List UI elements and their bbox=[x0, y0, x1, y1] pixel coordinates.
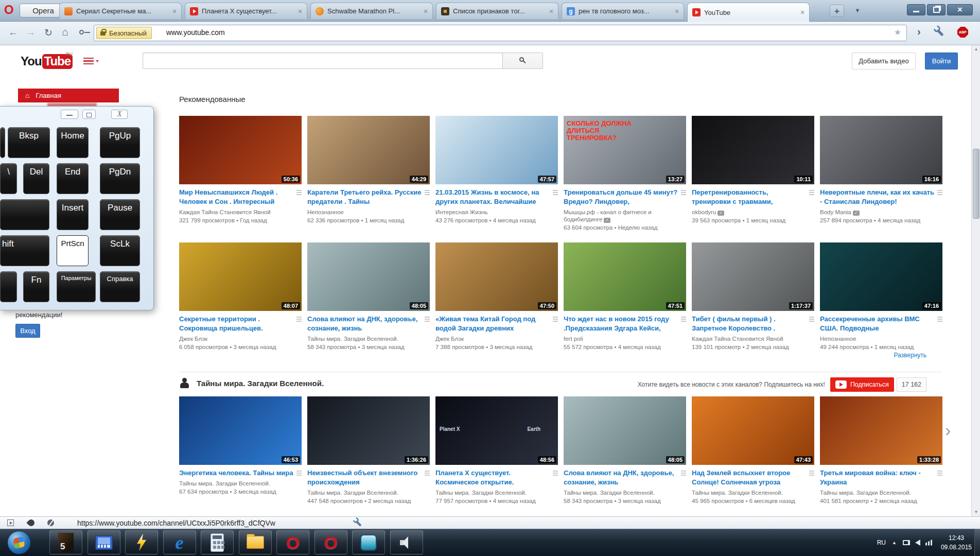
video-channel[interactable]: Каждая Тайна Становится Явной bbox=[692, 335, 814, 342]
video-card[interactable]: 47:43Над Землей вспыхнет второе Солнце! … bbox=[692, 396, 814, 504]
video-card[interactable]: 47:16Рассекреченные архивы ВМС США. Подв… bbox=[820, 242, 942, 350]
video-actions-icon[interactable] bbox=[296, 190, 302, 196]
tray-show-hidden-icons[interactable]: ▲ bbox=[892, 540, 897, 545]
password-key-icon[interactable] bbox=[79, 30, 84, 34]
channel-avatar-icon[interactable] bbox=[179, 377, 190, 389]
forward-button[interactable]: → bbox=[26, 27, 36, 38]
video-title[interactable]: Рассекреченные архивы ВМС США. Подводные bbox=[820, 315, 935, 333]
video-thumbnail[interactable]: 16:16 bbox=[820, 116, 942, 184]
osk-key-bksp[interactable]: Bksp bbox=[8, 127, 50, 158]
window-minimize-button[interactable] bbox=[907, 4, 925, 15]
video-actions-icon[interactable] bbox=[425, 471, 430, 477]
video-thumbnail[interactable]: 48:05 bbox=[307, 242, 430, 311]
video-channel[interactable]: Каждая Тайна Становится Явной bbox=[179, 208, 302, 216]
tray-clock[interactable]: 12:43 09.08.2015 bbox=[941, 533, 972, 552]
video-channel[interactable]: Тайны мира. Загадки Вселенной. bbox=[692, 489, 814, 496]
video-channel[interactable]: Тайны мира. Загадки Вселенной. bbox=[564, 489, 686, 496]
video-actions-icon[interactable] bbox=[809, 317, 814, 323]
opera-turbo-icon[interactable] bbox=[47, 519, 54, 526]
security-badge[interactable]: Безопасный bbox=[96, 27, 152, 39]
video-channel[interactable]: Тайны мира. Загадки Вселенной. bbox=[307, 489, 430, 496]
extensions-chevron-icon[interactable]: › bbox=[917, 26, 921, 38]
video-channel[interactable]: Джек Блэк bbox=[179, 335, 302, 342]
osk-key-insert[interactable]: Insert bbox=[57, 199, 89, 230]
video-actions-icon[interactable] bbox=[681, 190, 686, 196]
on-screen-keyboard-window[interactable]: X BkspHomePgUp\DelEndPgDnInsertPausehift… bbox=[0, 106, 154, 310]
video-card[interactable]: 46:53Энергетика человека. Тайны мираТайн… bbox=[179, 396, 302, 504]
show-desktop-button[interactable] bbox=[974, 529, 980, 556]
video-title[interactable]: Что ждет нас в новом 2015 году .Предсказ… bbox=[564, 315, 679, 333]
video-title[interactable]: Тренироваться дольше 45 минут? Вредно? Л… bbox=[564, 188, 679, 206]
video-thumbnail[interactable]: 46:53 bbox=[179, 396, 302, 465]
home-button[interactable]: ⌂ bbox=[62, 26, 68, 38]
video-title[interactable]: Невероятные плечи, как их качать - Стани… bbox=[820, 188, 935, 206]
video-actions-icon[interactable] bbox=[809, 190, 814, 196]
osk-key-partial[interactable] bbox=[0, 199, 49, 230]
video-actions-icon[interactable] bbox=[553, 471, 558, 477]
video-thumbnail[interactable]: 48:05 bbox=[564, 396, 686, 465]
video-title[interactable]: Перетренированность, тренировки с травма… bbox=[692, 188, 807, 206]
video-title[interactable]: Планета X существует. Космическое открыт… bbox=[435, 468, 551, 487]
video-card[interactable]: 1:36:26Неизвестный объект внеземного про… bbox=[307, 396, 430, 504]
video-card[interactable]: 44:29Каратели Третьего рейха. Русские пр… bbox=[307, 116, 430, 231]
video-thumbnail[interactable]: 50:36 bbox=[179, 116, 302, 184]
video-card[interactable]: 16:16Невероятные плечи, как их качать - … bbox=[820, 116, 942, 231]
reload-button[interactable]: ↻ bbox=[44, 27, 52, 39]
carousel-next-icon[interactable]: › bbox=[945, 420, 951, 440]
video-thumbnail[interactable]: 1:17:37 bbox=[692, 242, 814, 311]
video-channel[interactable]: Непознанное bbox=[820, 335, 942, 342]
video-thumbnail[interactable]: 48:07 bbox=[179, 242, 302, 311]
video-title[interactable]: 21.03.2015 Жизнь в космосе, на других пл… bbox=[435, 188, 551, 206]
video-card[interactable]: 48:07Секретные территории . Сокровища пр… bbox=[179, 242, 302, 350]
taskbar-button-volume-app[interactable] bbox=[390, 530, 423, 554]
sidebar-item-home[interactable]: ⌂Главная bbox=[18, 89, 119, 102]
browser-tab[interactable]: YouTube× bbox=[687, 3, 810, 22]
video-card[interactable]: 10:11Перетренированность, тренировки с т… bbox=[692, 116, 814, 231]
video-title[interactable]: Неизвестный объект внеземного происхожде… bbox=[307, 468, 423, 487]
window-restore-button[interactable] bbox=[927, 4, 946, 15]
video-thumbnail[interactable]: 47:57 bbox=[435, 116, 558, 184]
osk-key-параметры[interactable]: Параметры bbox=[57, 271, 96, 302]
video-actions-icon[interactable] bbox=[296, 471, 302, 477]
video-card[interactable]: СКОЛЬКО ДОЛЖНА ДЛИТЬСЯ ТРЕНИРОВКА?13:27Т… bbox=[564, 116, 686, 231]
video-title[interactable]: Каратели Третьего рейха. Русские предате… bbox=[307, 188, 423, 206]
video-title[interactable]: Мир Невыспавшихся Людей . Человек и Сон … bbox=[179, 188, 294, 206]
start-button[interactable] bbox=[7, 531, 31, 554]
sidebar-signin-button[interactable]: Вход bbox=[15, 324, 40, 338]
osk-key-del[interactable]: Del bbox=[23, 163, 49, 194]
video-thumbnail[interactable]: 1:33:28 bbox=[820, 396, 942, 465]
video-card[interactable]: 47:50«Живая тема Китай Город под водой З… bbox=[435, 242, 558, 350]
video-channel[interactable]: Body Mania✓ bbox=[820, 208, 942, 216]
subscribe-button[interactable]: Подписаться bbox=[830, 377, 894, 392]
address-url[interactable]: www.youtube.com bbox=[166, 28, 225, 37]
video-thumbnail[interactable]: СКОЛЬКО ДОЛЖНА ДЛИТЬСЯ ТРЕНИРОВКА?13:27 bbox=[564, 116, 686, 184]
video-actions-icon[interactable] bbox=[681, 317, 686, 323]
video-title[interactable]: Над Землей вспыхнет второе Солнце! Солне… bbox=[692, 468, 807, 487]
osk-minimize-button[interactable] bbox=[61, 110, 78, 119]
video-channel[interactable]: fert poli bbox=[564, 335, 686, 342]
osk-key-\[interactable]: \ bbox=[0, 163, 17, 194]
upload-video-button[interactable]: Добавить видео bbox=[852, 53, 916, 70]
expand-link[interactable]: Развернуть bbox=[894, 352, 926, 359]
video-title[interactable]: «Живая тема Китай Город под водой Загадк… bbox=[435, 315, 551, 333]
taskbar-button-on-screen-keyboard[interactable] bbox=[87, 530, 120, 554]
back-button[interactable]: ← bbox=[8, 27, 18, 38]
tab-close-button[interactable]: × bbox=[672, 7, 681, 15]
video-actions-icon[interactable] bbox=[937, 190, 942, 196]
osk-key-справка[interactable]: Справка bbox=[100, 271, 140, 302]
video-card[interactable]: 48:05Слова влияют на ДНК, здоровье, созн… bbox=[564, 396, 686, 504]
bookmark-star-icon[interactable]: ★ bbox=[894, 27, 901, 37]
tray-volume-icon[interactable] bbox=[915, 540, 920, 546]
taskbar-button-opera-second[interactable]: O bbox=[314, 530, 347, 554]
taskbar-button-media-app[interactable] bbox=[352, 530, 385, 554]
video-card[interactable]: 47:5721.03.2015 Жизнь в космосе, на друг… bbox=[435, 116, 558, 231]
search-input[interactable] bbox=[143, 53, 503, 69]
osk-key-partial[interactable] bbox=[0, 127, 5, 158]
video-actions-icon[interactable] bbox=[425, 317, 430, 323]
video-thumbnail[interactable]: 10:11 bbox=[692, 116, 814, 184]
taskbar-button-file-explorer[interactable] bbox=[239, 530, 272, 554]
tray-language-indicator[interactable]: RU bbox=[877, 539, 886, 546]
window-close-button[interactable]: × bbox=[947, 4, 973, 15]
osk-key-hift[interactable]: hift bbox=[0, 235, 49, 266]
section-heading-channel[interactable]: Тайны мира. Загадки Вселенной. bbox=[197, 379, 324, 388]
